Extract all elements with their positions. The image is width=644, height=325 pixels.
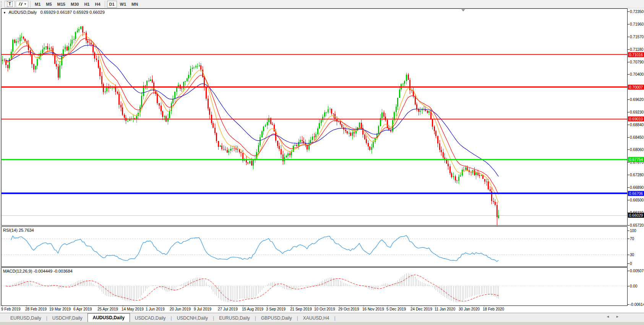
current-price-badge: 0.66029 xyxy=(628,213,644,218)
rsi-scale-label: 0 xyxy=(630,262,632,266)
rsi-scale-label: 70 xyxy=(630,237,634,241)
x-axis-date-label: 9 Feb 2019 xyxy=(1,307,21,311)
x-axis-date-label: 3 Sep 2019 xyxy=(266,307,286,311)
status-strip xyxy=(0,322,644,325)
x-axis-date-label: 21 Sep 2019 xyxy=(290,307,312,311)
price-line-badge: 0.70007 xyxy=(628,84,644,89)
y-axis-tick-label: 0.68060 xyxy=(630,148,644,152)
tab-gbpusd-daily[interactable]: GBPUSD,Daily xyxy=(256,314,297,322)
tab-scroll-arrows: ◄ ► xyxy=(606,315,619,318)
y-axis-tick-label: 0.69620 xyxy=(630,98,644,102)
macd-indicator-label: MACD(12,26,9) -0.004449 -0.003684 xyxy=(3,269,73,273)
rsi-indicator-label: RSI(14) 25.7634 xyxy=(3,228,34,232)
x-axis-date-label: 29 Oct 2019 xyxy=(338,307,359,311)
x-axis-date-label: 1 Jun 2019 xyxy=(146,307,165,311)
chart-title: ▼ AUDUSD,Daily 0.65929 0.66187 0.65929 0… xyxy=(3,10,105,15)
tab-eurusd-daily[interactable]: EURUSD,Daily xyxy=(214,314,255,322)
x-axis-date-label: 5 Dec 2019 xyxy=(386,307,406,311)
y-axis-tick-label: 0.70400 xyxy=(630,72,644,76)
chart-symbol: AUDUSD,Daily xyxy=(8,10,37,15)
y-axis-tick-label: 0.72350 xyxy=(630,10,644,14)
x-axis-date-label: 6 Apr 2019 xyxy=(73,307,92,311)
x-axis-date-label: 15 Aug 2019 xyxy=(242,307,263,311)
tab-usdcnh-daily[interactable]: USDCNH,Daily xyxy=(172,314,213,322)
x-axis-date-label: 9 Jul 2019 xyxy=(194,307,211,311)
price-line-badge: 0.66706 xyxy=(628,191,644,196)
y-axis-tick-label: 0.70790 xyxy=(630,60,644,64)
x-axis-date-label: 18 Feb 2020 xyxy=(483,307,504,311)
macd-scale-label: -0.006148 xyxy=(630,302,644,306)
x-axis-date-label: 16 Nov 2019 xyxy=(362,307,384,311)
collapse-triangle-icon: ▼ xyxy=(3,11,6,15)
x-axis-date-label: 14 May 2019 xyxy=(122,307,144,311)
x-axis-date-label: 19 Mar 2019 xyxy=(49,307,71,311)
rsi-scale-label: 30 xyxy=(630,252,634,257)
tab-scroll-right-icon[interactable]: ► xyxy=(616,315,619,318)
tab-separator: | xyxy=(334,315,335,321)
price-line-badge: 0.69010 xyxy=(628,117,644,122)
tab-scroll-left-icon[interactable]: ◄ xyxy=(606,315,610,318)
y-axis-tick-label: 0.67280 xyxy=(630,173,644,177)
y-axis-tick-label: 0.66890 xyxy=(630,185,644,190)
tab-usdchf-daily[interactable]: USDCHF,Daily xyxy=(47,314,88,322)
y-axis-tick-label: 0.68450 xyxy=(630,135,644,139)
y-axis-tick-label: 0.71960 xyxy=(630,22,644,26)
y-axis-tick-label: 0.71570 xyxy=(630,34,644,39)
chart-tab-bar: EURUSD,Daily|USDCHF,DailyAUDUSD,DailyUSD… xyxy=(0,313,644,322)
y-axis-tick-label: 0.66500 xyxy=(630,198,644,202)
price-line-badge: 0.71016 xyxy=(628,52,644,57)
y-axis-tick-label: 0.69230 xyxy=(630,110,644,114)
x-axis-date-label: 11 Jan 2020 xyxy=(435,307,455,311)
x-axis-date-label: 24 Dec 2019 xyxy=(410,307,432,311)
tab-audusd-daily[interactable]: AUDUSD,Daily xyxy=(88,313,130,322)
x-axis-date-label: 28 Feb 2019 xyxy=(25,307,47,311)
x-axis-date-label: 30 Jan 2020 xyxy=(459,307,480,311)
macd-scale-label: 0.00 xyxy=(630,284,637,288)
x-axis-date-label: 25 Apr 2019 xyxy=(97,307,118,311)
price-line-badge: 0.67754 xyxy=(628,157,644,162)
x-axis-date-label: 20 Jun 2019 xyxy=(170,307,191,311)
macd-scale-label: 0.005076 xyxy=(630,268,644,273)
rsi-scale-label: 100 xyxy=(630,229,636,233)
y-axis-tick-label: 0.65720 xyxy=(630,223,644,227)
tab-xauusd-h4[interactable]: XAUUSD,H4 xyxy=(298,314,334,322)
x-axis-date-label: 10 Oct 2019 xyxy=(314,307,335,311)
y-axis-tick-label: 0.71180 xyxy=(630,47,643,51)
tab-usdcad-daily[interactable]: USDCAD,Daily xyxy=(130,314,171,322)
y-axis-tick-label: 0.68840 xyxy=(630,122,644,127)
tab-eurusd-daily[interactable]: EURUSD,Daily xyxy=(5,314,46,322)
x-axis-date-label: 27 Jul 2019 xyxy=(218,307,238,311)
chart-canvas[interactable] xyxy=(0,0,644,325)
chart-ohlc-values: 0.65929 0.66187 0.65929 0.66029 xyxy=(41,10,105,15)
